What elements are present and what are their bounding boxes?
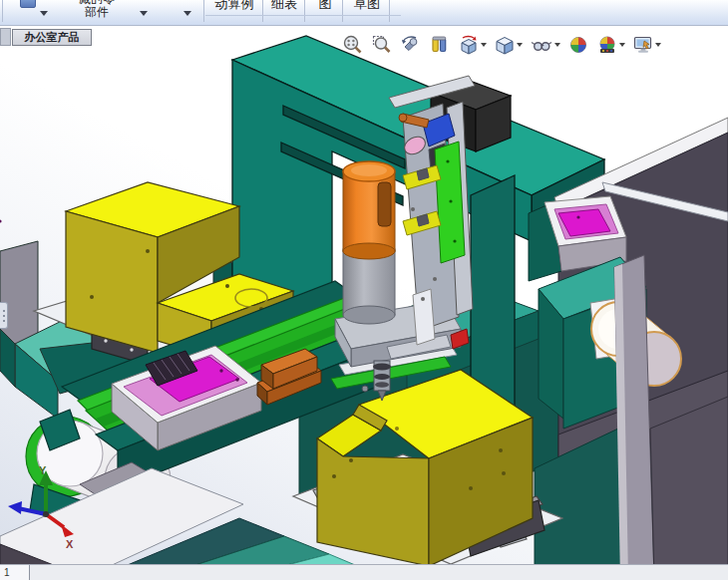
dropdown-caret[interactable]	[554, 43, 560, 47]
assembly-3d-scene[interactable]: Y X	[0, 0, 728, 580]
command-bar: 藏的零 部件 动算例 细表 图 草图	[0, 0, 728, 26]
dropdown-caret[interactable]	[619, 43, 625, 47]
hide-show-items-icon[interactable]	[529, 32, 561, 58]
heads-up-view-toolbar	[341, 31, 662, 59]
section-view-icon[interactable]	[428, 32, 452, 58]
previous-view-icon[interactable]	[399, 32, 423, 58]
toolbar-separator	[2, 0, 3, 22]
dropdown-caret[interactable]	[40, 11, 48, 16]
solidworks-window: Y X 藏的零 部件 动算例 细表 图 草图	[0, 0, 728, 580]
toolbar-separator	[262, 0, 263, 22]
assembly-tool-icon[interactable]	[20, 0, 36, 8]
zoom-to-area-icon[interactable]	[370, 32, 394, 58]
triad-y-label: Y	[39, 464, 47, 476]
apply-scene-icon[interactable]	[595, 32, 626, 58]
dropdown-caret[interactable]	[183, 11, 191, 16]
motion-study-button[interactable]: 动算例	[207, 0, 261, 26]
bom-button[interactable]: 细表	[265, 0, 303, 26]
component-button-label-bottom: 部件	[58, 6, 136, 19]
panel-splitter-handle[interactable]	[0, 302, 8, 329]
dropdown-caret[interactable]	[140, 11, 148, 16]
status-bar: 1	[0, 564, 728, 580]
view-settings-icon[interactable]	[631, 32, 662, 58]
triad-x-label: X	[66, 538, 74, 550]
document-tab[interactable]: 办公室产品	[12, 29, 92, 46]
dropdown-caret[interactable]	[517, 43, 523, 47]
toolbar-separator	[203, 0, 204, 22]
sketch-button[interactable]: 草图	[346, 0, 388, 26]
toolbar-separator	[342, 0, 343, 22]
component-button[interactable]: 藏的零 部件	[58, 0, 136, 26]
dropdown-caret[interactable]	[655, 43, 661, 47]
feature-panel-corner[interactable]	[0, 28, 11, 46]
display-style-icon[interactable]	[493, 32, 524, 58]
toolbar-separator	[389, 0, 390, 22]
toolbar-separator	[304, 0, 305, 22]
view-orientation-icon[interactable]	[457, 32, 488, 58]
drawing-button[interactable]: 图	[309, 0, 341, 26]
sheet-number-box[interactable]: 1	[0, 565, 30, 580]
dropdown-caret[interactable]	[481, 43, 487, 47]
toolbar-button-edge	[205, 15, 401, 16]
zoom-to-fit-icon[interactable]	[341, 32, 365, 58]
edit-appearance-icon[interactable]	[566, 32, 590, 58]
